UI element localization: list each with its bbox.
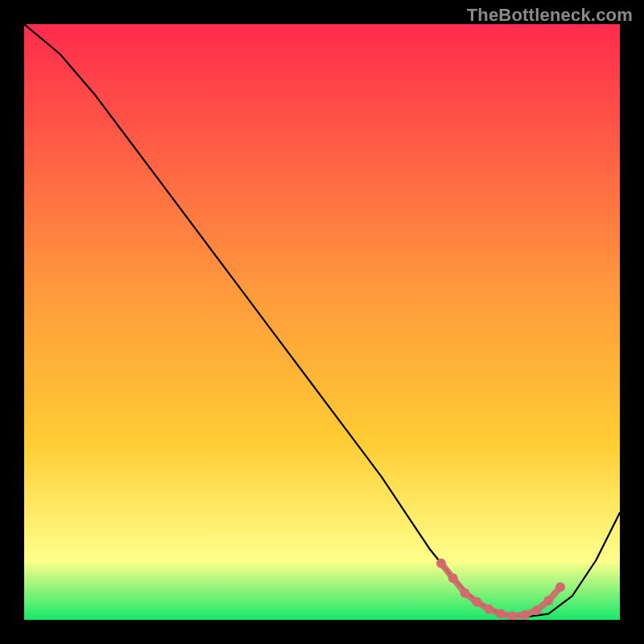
- optimal-range-dot: [448, 573, 458, 583]
- optimal-range-dot: [520, 610, 530, 620]
- optimal-range-dot: [555, 582, 565, 592]
- optimal-range-dot: [543, 596, 553, 605]
- optimal-range-dot: [436, 559, 446, 568]
- plot-area: [24, 24, 620, 620]
- optimal-range-dot: [496, 609, 506, 619]
- optimal-range-dot: [460, 588, 470, 598]
- gradient-background: [24, 24, 620, 620]
- optimal-range-dot: [531, 605, 541, 615]
- chart-stage: TheBottleneck.com: [0, 0, 644, 644]
- optimal-range-dot: [472, 597, 481, 607]
- chart-svg: [24, 24, 620, 620]
- optimal-range-dot: [484, 605, 493, 614]
- watermark-label: TheBottleneck.com: [467, 5, 633, 26]
